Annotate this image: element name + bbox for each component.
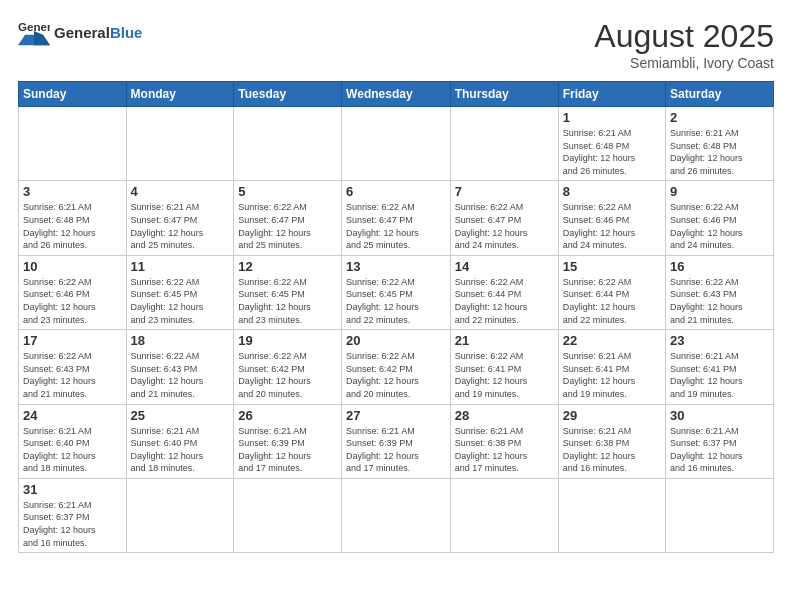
week-row-2: 3 Sunrise: 6:21 AMSunset: 6:48 PMDayligh… bbox=[19, 181, 774, 255]
day-30: 30 Sunrise: 6:21 AMSunset: 6:37 PMDaylig… bbox=[666, 404, 774, 478]
empty-cell bbox=[342, 478, 451, 552]
week-row-3: 10 Sunrise: 6:22 AMSunset: 6:46 PMDaylig… bbox=[19, 255, 774, 329]
day-12: 12 Sunrise: 6:22 AMSunset: 6:45 PMDaylig… bbox=[234, 255, 342, 329]
header-wednesday: Wednesday bbox=[342, 82, 451, 107]
logo: General GeneralBlue bbox=[18, 18, 142, 46]
day-24: 24 Sunrise: 6:21 AMSunset: 6:40 PMDaylig… bbox=[19, 404, 127, 478]
day-11: 11 Sunrise: 6:22 AMSunset: 6:45 PMDaylig… bbox=[126, 255, 234, 329]
empty-cell bbox=[666, 478, 774, 552]
day-2: 2 Sunrise: 6:21 AMSunset: 6:48 PMDayligh… bbox=[666, 107, 774, 181]
week-row-4: 17 Sunrise: 6:22 AMSunset: 6:43 PMDaylig… bbox=[19, 330, 774, 404]
day-27: 27 Sunrise: 6:21 AMSunset: 6:39 PMDaylig… bbox=[342, 404, 451, 478]
header-tuesday: Tuesday bbox=[234, 82, 342, 107]
day-7: 7 Sunrise: 6:22 AMSunset: 6:47 PMDayligh… bbox=[450, 181, 558, 255]
calendar-table: Sunday Monday Tuesday Wednesday Thursday… bbox=[18, 81, 774, 553]
day-4: 4 Sunrise: 6:21 AMSunset: 6:47 PMDayligh… bbox=[126, 181, 234, 255]
day-6: 6 Sunrise: 6:22 AMSunset: 6:47 PMDayligh… bbox=[342, 181, 451, 255]
day-20: 20 Sunrise: 6:22 AMSunset: 6:42 PMDaylig… bbox=[342, 330, 451, 404]
week-row-1: 1 Sunrise: 6:21 AMSunset: 6:48 PMDayligh… bbox=[19, 107, 774, 181]
empty-cell bbox=[342, 107, 451, 181]
empty-cell bbox=[234, 478, 342, 552]
empty-cell bbox=[19, 107, 127, 181]
empty-cell bbox=[126, 107, 234, 181]
day-14: 14 Sunrise: 6:22 AMSunset: 6:44 PMDaylig… bbox=[450, 255, 558, 329]
week-row-5: 24 Sunrise: 6:21 AMSunset: 6:40 PMDaylig… bbox=[19, 404, 774, 478]
day-21: 21 Sunrise: 6:22 AMSunset: 6:41 PMDaylig… bbox=[450, 330, 558, 404]
empty-cell bbox=[234, 107, 342, 181]
header-thursday: Thursday bbox=[450, 82, 558, 107]
day-17: 17 Sunrise: 6:22 AMSunset: 6:43 PMDaylig… bbox=[19, 330, 127, 404]
empty-cell bbox=[450, 107, 558, 181]
day-5: 5 Sunrise: 6:22 AMSunset: 6:47 PMDayligh… bbox=[234, 181, 342, 255]
empty-cell bbox=[450, 478, 558, 552]
subtitle: Semiambli, Ivory Coast bbox=[594, 55, 774, 71]
day-15: 15 Sunrise: 6:22 AMSunset: 6:44 PMDaylig… bbox=[558, 255, 665, 329]
day-28: 28 Sunrise: 6:21 AMSunset: 6:38 PMDaylig… bbox=[450, 404, 558, 478]
day-10: 10 Sunrise: 6:22 AMSunset: 6:46 PMDaylig… bbox=[19, 255, 127, 329]
day-18: 18 Sunrise: 6:22 AMSunset: 6:43 PMDaylig… bbox=[126, 330, 234, 404]
header-sunday: Sunday bbox=[19, 82, 127, 107]
day-13: 13 Sunrise: 6:22 AMSunset: 6:45 PMDaylig… bbox=[342, 255, 451, 329]
day-9: 9 Sunrise: 6:22 AMSunset: 6:46 PMDayligh… bbox=[666, 181, 774, 255]
day-3: 3 Sunrise: 6:21 AMSunset: 6:48 PMDayligh… bbox=[19, 181, 127, 255]
page-header: General GeneralBlue August 2025 Semiambl… bbox=[18, 18, 774, 71]
empty-cell bbox=[558, 478, 665, 552]
day-31: 31 Sunrise: 6:21 AMSunset: 6:37 PMDaylig… bbox=[19, 478, 127, 552]
empty-cell bbox=[126, 478, 234, 552]
day-1: 1 Sunrise: 6:21 AMSunset: 6:48 PMDayligh… bbox=[558, 107, 665, 181]
day-8: 8 Sunrise: 6:22 AMSunset: 6:46 PMDayligh… bbox=[558, 181, 665, 255]
day-16: 16 Sunrise: 6:22 AMSunset: 6:43 PMDaylig… bbox=[666, 255, 774, 329]
svg-marker-2 bbox=[34, 31, 50, 45]
title-block: August 2025 Semiambli, Ivory Coast bbox=[594, 18, 774, 71]
logo-text: GeneralBlue bbox=[54, 24, 142, 41]
day-22: 22 Sunrise: 6:21 AMSunset: 6:41 PMDaylig… bbox=[558, 330, 665, 404]
weekday-header-row: Sunday Monday Tuesday Wednesday Thursday… bbox=[19, 82, 774, 107]
day-29: 29 Sunrise: 6:21 AMSunset: 6:38 PMDaylig… bbox=[558, 404, 665, 478]
header-saturday: Saturday bbox=[666, 82, 774, 107]
month-title: August 2025 bbox=[594, 18, 774, 55]
header-friday: Friday bbox=[558, 82, 665, 107]
header-monday: Monday bbox=[126, 82, 234, 107]
day-26: 26 Sunrise: 6:21 AMSunset: 6:39 PMDaylig… bbox=[234, 404, 342, 478]
day-19: 19 Sunrise: 6:22 AMSunset: 6:42 PMDaylig… bbox=[234, 330, 342, 404]
week-row-6: 31 Sunrise: 6:21 AMSunset: 6:37 PMDaylig… bbox=[19, 478, 774, 552]
logo-icon: General bbox=[18, 18, 50, 46]
day-25: 25 Sunrise: 6:21 AMSunset: 6:40 PMDaylig… bbox=[126, 404, 234, 478]
day-23: 23 Sunrise: 6:21 AMSunset: 6:41 PMDaylig… bbox=[666, 330, 774, 404]
